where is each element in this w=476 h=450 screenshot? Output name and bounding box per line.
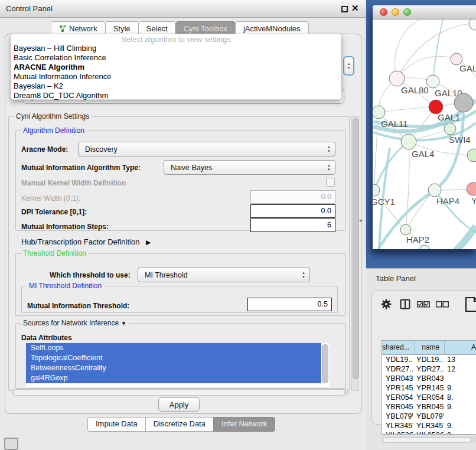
sources-group-title: Sources for Network Inference ▼ bbox=[21, 319, 129, 327]
mi-threshold-field[interactable]: 0.5 bbox=[247, 298, 332, 311]
network-node[interactable] bbox=[454, 93, 473, 112]
table-column-header[interactable]: A bbox=[445, 341, 476, 354]
table-cell: YER054C bbox=[382, 393, 413, 402]
tab-network[interactable]: Network bbox=[51, 21, 106, 35]
data-attribute-item[interactable]: gal4RGexp bbox=[26, 373, 321, 383]
scrollbar-thumb[interactable] bbox=[353, 118, 359, 379]
apply-button[interactable]: Apply bbox=[158, 397, 200, 412]
hub-definition-expander[interactable]: Hub/Transcription Factor Definition ▶ bbox=[21, 237, 151, 246]
splitter-collapse-arrow[interactable]: ◂ bbox=[359, 217, 362, 223]
data-attribute-item[interactable]: BetweennessCentrality bbox=[26, 363, 321, 373]
tab-cyni-toolbox-label: Cyni Toolbox bbox=[184, 22, 227, 35]
minimize-traffic-light[interactable] bbox=[392, 8, 399, 16]
mi-algorithm-type-value: Naive Bayes bbox=[171, 161, 212, 175]
table-cell: YLR345W bbox=[382, 421, 413, 431]
tab-infer-network[interactable]: Infer Network bbox=[213, 417, 275, 432]
which-threshold-value: MI Threshold bbox=[145, 268, 188, 282]
table-row[interactable]: YER054CYER054C8. bbox=[382, 393, 476, 402]
close-traffic-light[interactable] bbox=[380, 8, 387, 16]
table-row[interactable]: YIL052CYIL052C9 bbox=[382, 431, 476, 435]
network-edge bbox=[433, 19, 443, 81]
manual-kernel-width-checkbox[interactable] bbox=[326, 178, 335, 187]
tab-network-label: Network bbox=[69, 22, 97, 35]
tab-style-label: Style bbox=[113, 22, 131, 35]
file-icon[interactable] bbox=[465, 296, 476, 312]
tab-style[interactable]: Style bbox=[105, 21, 139, 35]
tab-select[interactable]: Select bbox=[138, 21, 176, 35]
dropdown-item[interactable]: Basic Correlation Inference bbox=[11, 53, 341, 63]
network-node[interactable] bbox=[426, 75, 439, 88]
dropdown-item[interactable]: Bayesian – Hill Climbing bbox=[11, 44, 341, 53]
scrollbar-thumb[interactable] bbox=[13, 389, 345, 396]
table-row[interactable]: YDL19...YDL19...13 bbox=[382, 355, 476, 364]
network-window-titlebar[interactable] bbox=[373, 5, 476, 19]
kernel-width-field[interactable]: 0.0 bbox=[250, 190, 335, 204]
network-node[interactable] bbox=[401, 134, 416, 149]
float-window-icon[interactable] bbox=[341, 6, 348, 12]
aracne-mode-label: Aracne Mode: bbox=[21, 145, 68, 154]
network-edge bbox=[374, 112, 379, 190]
network-node[interactable] bbox=[400, 224, 411, 235]
mi-steps-field[interactable]: 6 bbox=[250, 219, 335, 232]
table-panel-region: Table Panel bbox=[366, 268, 476, 450]
network-node[interactable] bbox=[373, 106, 385, 119]
table-row[interactable]: YLR345WYLR345W9. bbox=[382, 421, 476, 431]
control-panel-title: Control Panel bbox=[6, 0, 53, 18]
collapsed-arrow-icon: ▶ bbox=[146, 239, 151, 246]
dropdown-item[interactable]: ARACNE Algorithm bbox=[11, 63, 341, 72]
aracne-mode-select[interactable]: Discovery ▲▼ bbox=[78, 142, 335, 156]
network-node[interactable] bbox=[444, 123, 456, 135]
dropdown-item[interactable]: Bayesian – K2 bbox=[11, 81, 341, 91]
focused-combo-stepper[interactable]: ▲ ▼ bbox=[343, 56, 354, 76]
table-column-header[interactable]: shared... bbox=[382, 341, 415, 354]
tab-jactivemnodules[interactable]: jActiveMNodules bbox=[235, 21, 309, 35]
data-attribute-item[interactable]: SelfLoops bbox=[26, 343, 321, 353]
unchecked-boxes-icon[interactable] bbox=[436, 301, 449, 308]
tab-cyni-toolbox[interactable]: Cyni Toolbox bbox=[175, 21, 236, 35]
combo-stepper-icon: ▲▼ bbox=[324, 162, 334, 173]
table-row[interactable]: YBR043CYBR043C bbox=[382, 374, 476, 383]
network-node[interactable] bbox=[467, 182, 476, 195]
columns-icon[interactable] bbox=[400, 299, 410, 309]
table-cell: YBL079W bbox=[382, 412, 413, 421]
table-row[interactable]: YPR145WYPR145W9. bbox=[382, 383, 476, 393]
mi-algorithm-type-select[interactable]: Naive Bayes ▲▼ bbox=[164, 160, 335, 175]
mi-threshold-definition-title: MI Threshold Definition bbox=[27, 282, 104, 290]
gear-icon[interactable] bbox=[381, 299, 392, 309]
dropdown-item[interactable]: Dream8 DC_TDC Algorithm bbox=[11, 91, 341, 100]
zoom-traffic-light[interactable] bbox=[403, 8, 411, 16]
network-node[interactable] bbox=[467, 149, 476, 162]
network-node[interactable] bbox=[469, 19, 476, 30]
combo-stepper-icon: ▲▼ bbox=[324, 144, 334, 155]
network-edge bbox=[395, 19, 419, 79]
minimized-panel-icon[interactable] bbox=[4, 438, 18, 450]
which-threshold-select[interactable]: MI Threshold ▲▼ bbox=[138, 268, 310, 282]
table-horizontal-scrollbar[interactable] bbox=[382, 436, 476, 443]
network-node[interactable] bbox=[428, 184, 441, 197]
network-node[interactable] bbox=[373, 184, 380, 196]
settings-vertical-scrollbar[interactable] bbox=[351, 116, 359, 391]
expanded-arrow-icon[interactable]: ▼ bbox=[120, 320, 126, 327]
mi-algorithm-type-label: Mutual Information Algorithm Type: bbox=[21, 164, 141, 172]
settings-horizontal-scrollbar[interactable] bbox=[12, 389, 350, 396]
network-edge bbox=[406, 142, 409, 230]
checked-boxes-icon[interactable] bbox=[417, 301, 430, 308]
network-node-label: Y bbox=[471, 195, 476, 206]
tab-impute-data[interactable]: Impute Data bbox=[87, 417, 146, 432]
network-node[interactable] bbox=[389, 71, 405, 86]
table-row[interactable]: YBR045CYBR045C9. bbox=[382, 402, 476, 412]
table-row[interactable]: YBL079WYBL079W bbox=[382, 412, 476, 421]
data-attributes-label: Data Attributes bbox=[21, 334, 72, 342]
dropdown-item[interactable]: Mutual Information Inference bbox=[11, 72, 341, 81]
list-scrollbar-thumb[interactable] bbox=[322, 344, 328, 383]
scrollbar-thumb[interactable] bbox=[383, 437, 471, 443]
data-attribute-item[interactable]: TopologicalCoefficient bbox=[26, 353, 321, 363]
close-icon[interactable]: ✕ bbox=[351, 3, 359, 14]
table-row[interactable]: YDR27...YDR27...12 bbox=[382, 364, 476, 374]
table-cell: YLR345W bbox=[413, 421, 444, 431]
network-node-label: GAL80 bbox=[401, 85, 429, 95]
table-cell: 12 bbox=[444, 364, 476, 374]
tab-discretize-data[interactable]: Discretize Data bbox=[145, 417, 214, 432]
table-column-header[interactable]: name bbox=[415, 341, 445, 354]
dpi-tolerance-field[interactable]: 0.0 bbox=[250, 204, 335, 218]
